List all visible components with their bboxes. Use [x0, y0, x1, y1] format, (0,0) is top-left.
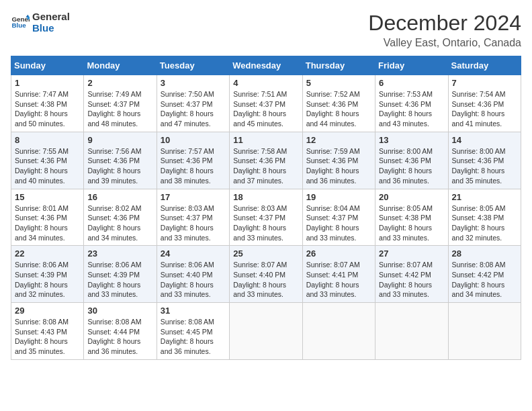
calendar-cell: 6Sunrise: 7:53 AMSunset: 4:36 PMDaylight…: [375, 75, 448, 132]
calendar-cell: 30Sunrise: 8:08 AMSunset: 4:44 PMDayligh…: [84, 303, 157, 360]
calendar-table: SundayMondayTuesdayWednesdayThursdayFrid…: [11, 56, 521, 360]
day-number: 5: [306, 78, 371, 88]
day-number: 22: [15, 248, 80, 259]
calendar-cell: 26Sunrise: 8:07 AMSunset: 4:41 PMDayligh…: [302, 246, 375, 303]
day-number: 9: [87, 135, 152, 145]
logo-general: General: [32, 11, 70, 22]
calendar-cell: 1Sunrise: 7:47 AMSunset: 4:38 PMDaylight…: [11, 75, 84, 132]
day-number: 2: [87, 78, 152, 88]
day-number: 26: [306, 248, 371, 259]
calendar-cell: 17Sunrise: 8:03 AMSunset: 4:37 PMDayligh…: [157, 189, 229, 246]
calendar-cell: 13Sunrise: 8:00 AMSunset: 4:36 PMDayligh…: [375, 132, 448, 189]
day-number: 16: [87, 192, 152, 202]
day-number: 19: [306, 192, 371, 202]
cell-details: Sunrise: 7:50 AMSunset: 4:37 PMDaylight:…: [161, 89, 226, 129]
cell-details: Sunrise: 8:06 AMSunset: 4:39 PMDaylight:…: [15, 260, 80, 300]
calendar-cell: 28Sunrise: 8:08 AMSunset: 4:42 PMDayligh…: [448, 246, 521, 303]
calendar-cell: 22Sunrise: 8:06 AMSunset: 4:39 PMDayligh…: [11, 246, 84, 303]
cell-details: Sunrise: 8:02 AMSunset: 4:36 PMDaylight:…: [87, 203, 152, 243]
day-number: 31: [161, 306, 226, 316]
calendar-cell: 25Sunrise: 8:07 AMSunset: 4:40 PMDayligh…: [230, 246, 302, 303]
cell-details: Sunrise: 8:06 AMSunset: 4:39 PMDaylight:…: [87, 260, 152, 300]
cell-details: Sunrise: 8:08 AMSunset: 4:43 PMDaylight:…: [15, 317, 80, 357]
day-number: 4: [233, 78, 298, 88]
cell-details: Sunrise: 7:52 AMSunset: 4:36 PMDaylight:…: [306, 89, 371, 129]
calendar-cell: 18Sunrise: 8:03 AMSunset: 4:37 PMDayligh…: [230, 189, 302, 246]
calendar-cell: [230, 303, 302, 360]
calendar-cell: 12Sunrise: 7:59 AMSunset: 4:36 PMDayligh…: [302, 132, 375, 189]
column-header-wednesday: Wednesday: [230, 56, 302, 75]
calendar-cell: 21Sunrise: 8:05 AMSunset: 4:38 PMDayligh…: [448, 189, 521, 246]
day-number: 20: [379, 192, 444, 202]
calendar-cell: 9Sunrise: 7:56 AMSunset: 4:36 PMDaylight…: [84, 132, 157, 189]
cell-details: Sunrise: 8:07 AMSunset: 4:40 PMDaylight:…: [233, 260, 298, 300]
calendar-cell: 10Sunrise: 7:57 AMSunset: 4:36 PMDayligh…: [157, 132, 229, 189]
calendar-cell: 16Sunrise: 8:02 AMSunset: 4:36 PMDayligh…: [84, 189, 157, 246]
day-number: 8: [15, 135, 80, 145]
day-number: 1: [15, 78, 80, 88]
day-number: 13: [379, 135, 444, 145]
column-header-tuesday: Tuesday: [157, 56, 229, 75]
cell-details: Sunrise: 8:00 AMSunset: 4:36 PMDaylight:…: [452, 146, 517, 186]
cell-details: Sunrise: 8:06 AMSunset: 4:40 PMDaylight:…: [161, 260, 226, 300]
calendar-cell: 19Sunrise: 8:04 AMSunset: 4:37 PMDayligh…: [302, 189, 375, 246]
calendar-cell: 24Sunrise: 8:06 AMSunset: 4:40 PMDayligh…: [157, 246, 229, 303]
calendar-cell: 20Sunrise: 8:05 AMSunset: 4:38 PMDayligh…: [375, 189, 448, 246]
day-number: 10: [161, 135, 226, 145]
cell-details: Sunrise: 8:08 AMSunset: 4:44 PMDaylight:…: [87, 317, 152, 357]
day-number: 15: [15, 192, 80, 202]
column-header-thursday: Thursday: [302, 56, 375, 75]
day-number: 29: [15, 306, 80, 316]
calendar-cell: [302, 303, 375, 360]
cell-details: Sunrise: 8:03 AMSunset: 4:37 PMDaylight:…: [161, 203, 226, 243]
cell-details: Sunrise: 8:01 AMSunset: 4:36 PMDaylight:…: [15, 203, 80, 243]
column-header-sunday: Sunday: [11, 56, 84, 75]
cell-details: Sunrise: 7:51 AMSunset: 4:37 PMDaylight:…: [233, 89, 298, 129]
calendar-cell: 27Sunrise: 8:07 AMSunset: 4:42 PMDayligh…: [375, 246, 448, 303]
svg-text:Blue: Blue: [11, 21, 26, 29]
day-number: 28: [452, 248, 517, 259]
calendar-cell: [375, 303, 448, 360]
cell-details: Sunrise: 8:07 AMSunset: 4:41 PMDaylight:…: [306, 260, 371, 300]
cell-details: Sunrise: 7:54 AMSunset: 4:36 PMDaylight:…: [452, 89, 517, 129]
calendar-cell: [448, 303, 521, 360]
cell-details: Sunrise: 8:08 AMSunset: 4:45 PMDaylight:…: [161, 317, 226, 357]
cell-details: Sunrise: 8:05 AMSunset: 4:38 PMDaylight:…: [379, 203, 444, 243]
page-subtitle: Valley East, Ontario, Canada: [368, 37, 521, 49]
calendar-cell: 15Sunrise: 8:01 AMSunset: 4:36 PMDayligh…: [11, 189, 84, 246]
calendar-cell: 7Sunrise: 7:54 AMSunset: 4:36 PMDaylight…: [448, 75, 521, 132]
cell-details: Sunrise: 8:08 AMSunset: 4:42 PMDaylight:…: [452, 260, 517, 300]
column-header-saturday: Saturday: [448, 56, 521, 75]
cell-details: Sunrise: 8:04 AMSunset: 4:37 PMDaylight:…: [306, 203, 371, 243]
cell-details: Sunrise: 7:58 AMSunset: 4:36 PMDaylight:…: [233, 146, 298, 186]
cell-details: Sunrise: 8:03 AMSunset: 4:37 PMDaylight:…: [233, 203, 298, 243]
day-number: 24: [161, 248, 226, 259]
day-number: 14: [452, 135, 517, 145]
calendar-cell: 11Sunrise: 7:58 AMSunset: 4:36 PMDayligh…: [230, 132, 302, 189]
calendar-cell: 5Sunrise: 7:52 AMSunset: 4:36 PMDaylight…: [302, 75, 375, 132]
calendar-cell: 8Sunrise: 7:55 AMSunset: 4:36 PMDaylight…: [11, 132, 84, 189]
day-number: 7: [452, 78, 517, 88]
calendar-cell: 31Sunrise: 8:08 AMSunset: 4:45 PMDayligh…: [157, 303, 229, 360]
cell-details: Sunrise: 7:47 AMSunset: 4:38 PMDaylight:…: [15, 89, 80, 129]
column-header-friday: Friday: [375, 56, 448, 75]
cell-details: Sunrise: 7:53 AMSunset: 4:36 PMDaylight:…: [379, 89, 444, 129]
day-number: 11: [233, 135, 298, 145]
logo-blue: Blue: [32, 22, 70, 34]
calendar-cell: 23Sunrise: 8:06 AMSunset: 4:39 PMDayligh…: [84, 246, 157, 303]
calendar-cell: 4Sunrise: 7:51 AMSunset: 4:37 PMDaylight…: [230, 75, 302, 132]
cell-details: Sunrise: 8:00 AMSunset: 4:36 PMDaylight:…: [379, 146, 444, 186]
day-number: 12: [306, 135, 371, 145]
day-number: 18: [233, 192, 298, 202]
page-title: December 2024: [368, 11, 521, 36]
calendar-cell: 14Sunrise: 8:00 AMSunset: 4:36 PMDayligh…: [448, 132, 521, 189]
day-number: 30: [87, 306, 152, 316]
day-number: 27: [379, 248, 444, 259]
cell-details: Sunrise: 7:57 AMSunset: 4:36 PMDaylight:…: [161, 146, 226, 186]
calendar-cell: 3Sunrise: 7:50 AMSunset: 4:37 PMDaylight…: [157, 75, 229, 132]
cell-details: Sunrise: 7:55 AMSunset: 4:36 PMDaylight:…: [15, 146, 80, 186]
day-number: 21: [452, 192, 517, 202]
title-area: December 2024 Valley East, Ontario, Cana…: [368, 11, 521, 49]
cell-details: Sunrise: 7:59 AMSunset: 4:36 PMDaylight:…: [306, 146, 371, 186]
header: General Blue General Blue December 2024 …: [11, 11, 521, 49]
